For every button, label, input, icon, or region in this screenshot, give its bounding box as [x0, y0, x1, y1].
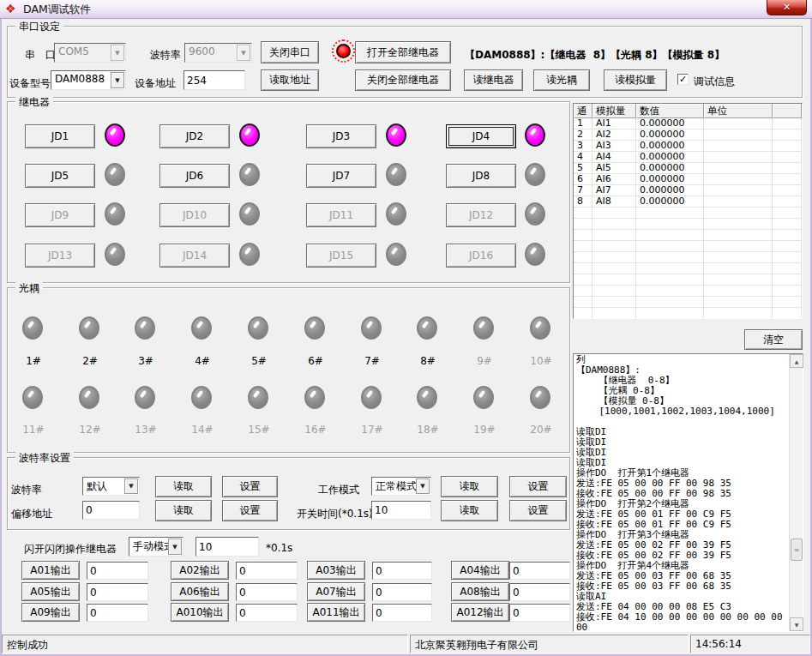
output-button-a05[interactable]: A05输出	[21, 582, 80, 601]
output-input-a010[interactable]	[236, 604, 298, 622]
relay-button-jd12[interactable]: JD12	[446, 203, 516, 227]
output-input-a06[interactable]	[236, 583, 298, 601]
opto-group: 光耦 1# 2# 3# 4# 5# 6# 7# 8# 9# 10# 11# 12…	[7, 287, 570, 453]
workmode-read-button[interactable]: 读取	[441, 476, 498, 497]
device-model-select[interactable]: DAM0888 ▼	[51, 70, 126, 90]
close-serial-button[interactable]: 关闭串口	[261, 41, 319, 63]
opto-led-6	[304, 316, 325, 340]
scrollbar-thumb[interactable]: ≡	[791, 539, 803, 561]
table-row-empty	[574, 219, 802, 230]
output-input-a04[interactable]	[509, 562, 570, 580]
output-input-a08[interactable]	[509, 583, 570, 601]
close-all-relays-button[interactable]: 关闭全部继电器	[355, 69, 451, 91]
output-input-a01[interactable]	[87, 562, 148, 580]
relay-button-jd5[interactable]: JD5	[25, 164, 95, 188]
read-relays-button[interactable]: 读继电器	[464, 69, 523, 91]
read-address-button[interactable]: 读取地址	[261, 69, 319, 91]
workmode-set-button[interactable]: 设置	[509, 476, 567, 497]
opto-label-9: 9#	[467, 355, 502, 367]
serial-port-select: COM5 ▼	[54, 43, 126, 63]
output-button-a010[interactable]: A010输出	[171, 603, 229, 622]
workmode-value: 正常模式	[376, 479, 417, 494]
log-scrollbar[interactable]: ▲ ≡ ▼	[789, 354, 803, 631]
relay-button-jd11[interactable]: JD11	[306, 203, 376, 227]
relay-button-jd10[interactable]: JD10	[159, 203, 230, 227]
relay-button-jd13[interactable]: JD13	[25, 244, 95, 268]
opto-led-11	[22, 386, 43, 409]
switch-time-input[interactable]	[371, 501, 431, 520]
baud-set-button[interactable]: 设置	[222, 476, 278, 497]
switchtime-set-button[interactable]: 设置	[509, 500, 567, 521]
opto-label-8: 8#	[411, 355, 445, 367]
opto-label-3: 3#	[129, 355, 163, 367]
baud-group-title: 波特率设置	[15, 451, 74, 466]
workmode-select[interactable]: 正常模式 ▼	[371, 477, 431, 496]
output-input-a012[interactable]	[509, 604, 570, 622]
output-input-a011[interactable]	[372, 604, 432, 622]
output-input-a02[interactable]	[236, 562, 298, 580]
baud-set-select[interactable]: 默认 ▼	[82, 477, 140, 496]
relay-button-jd4[interactable]: JD4	[446, 124, 516, 148]
flash-relay-label: 闪开闪闭操作继电器	[24, 542, 117, 557]
table-row-empty	[574, 208, 802, 219]
close-button[interactable]: ✕	[767, 0, 807, 15]
relay-led-jd8	[525, 163, 545, 186]
output-button-a02[interactable]: A02输出	[171, 561, 229, 580]
output-button-a09[interactable]: A09输出	[21, 603, 80, 622]
opto-led-10	[530, 316, 550, 340]
output-button-a07[interactable]: A07输出	[307, 582, 365, 601]
debug-log-text[interactable]: 列 【DAM0888】: 【继电器 0-8】 【光耦 0-8】 【模拟量 0-8…	[576, 355, 788, 630]
offset-address-input[interactable]	[82, 501, 140, 520]
table-row-empty	[574, 230, 802, 241]
serial-group-title: 串口设定	[15, 20, 63, 34]
relay-button-jd15[interactable]: JD15	[306, 244, 376, 268]
scroll-up-icon[interactable]: ▲	[790, 354, 803, 368]
output-button-a04[interactable]: A04输出	[451, 561, 509, 580]
relay-led-jd9	[105, 202, 125, 226]
relay-button-jd8[interactable]: JD8	[446, 164, 516, 188]
output-input-a03[interactable]	[372, 562, 432, 580]
relay-button-jd3[interactable]: JD3	[306, 124, 376, 148]
serial-port-label: 串 口	[25, 48, 56, 63]
relay-button-jd9[interactable]: JD9	[25, 203, 95, 227]
relay-button-jd16[interactable]: JD16	[446, 244, 516, 268]
open-all-relays-button[interactable]: 打开全部继电器	[355, 41, 451, 63]
device-address-input[interactable]	[183, 70, 245, 90]
opto-label-7: 7#	[355, 355, 389, 367]
debug-info-checkbox[interactable]: ✓	[677, 74, 689, 85]
output-button-a011[interactable]: A011输出	[307, 603, 365, 622]
titlebar: ❖ DAM调试软件 ✕	[0, 0, 812, 19]
output-input-a09[interactable]	[87, 604, 148, 622]
baud-rate-select: 9600 ▼	[184, 43, 252, 63]
clear-log-button[interactable]: 清空	[744, 329, 803, 350]
col-extra	[773, 104, 802, 118]
relay-led-jd2	[239, 123, 260, 147]
relay-button-jd2[interactable]: JD2	[159, 124, 230, 148]
app-window: ❖ DAM调试软件 ✕ 串口设定 串 口 COM5 ▼ 波特率 9600 ▼ 关…	[0, 0, 812, 656]
read-opto-button[interactable]: 读光耦	[533, 69, 590, 91]
switchtime-read-button[interactable]: 读取	[441, 500, 498, 521]
output-button-a08[interactable]: A08输出	[451, 582, 509, 601]
output-button-a012[interactable]: A012输出	[451, 603, 509, 622]
relay-button-jd14[interactable]: JD14	[159, 244, 230, 268]
flash-time-input[interactable]	[195, 537, 259, 557]
relay-button-jd1[interactable]: JD1	[25, 124, 95, 148]
analog-table[interactable]: 通 模拟量 数值 单位 1AI10.000000 2AI20.000000 3A…	[573, 103, 803, 319]
offset-read-button[interactable]: 读取	[155, 500, 212, 521]
output-button-a06[interactable]: A06输出	[171, 582, 229, 601]
output-input-a07[interactable]	[372, 583, 432, 601]
opto-group-title: 光耦	[15, 281, 43, 296]
read-analog-button[interactable]: 读模拟量	[604, 69, 667, 91]
offset-set-button[interactable]: 设置	[222, 500, 278, 521]
output-input-a05[interactable]	[87, 583, 148, 601]
baud-read-button[interactable]: 读取	[155, 476, 212, 497]
debug-info-label: 调试信息	[694, 75, 735, 89]
output-button-a03[interactable]: A03输出	[307, 561, 365, 580]
scroll-down-icon[interactable]: ▼	[790, 617, 803, 631]
flash-mode-select[interactable]: 手动模式 ▼	[129, 537, 183, 557]
relay-button-jd6[interactable]: JD6	[159, 164, 230, 188]
output-button-a01[interactable]: A01输出	[21, 561, 80, 580]
relay-button-jd7[interactable]: JD7	[306, 164, 376, 188]
table-row: 3AI30.000000	[574, 141, 802, 152]
check-icon: ✓	[678, 75, 688, 84]
